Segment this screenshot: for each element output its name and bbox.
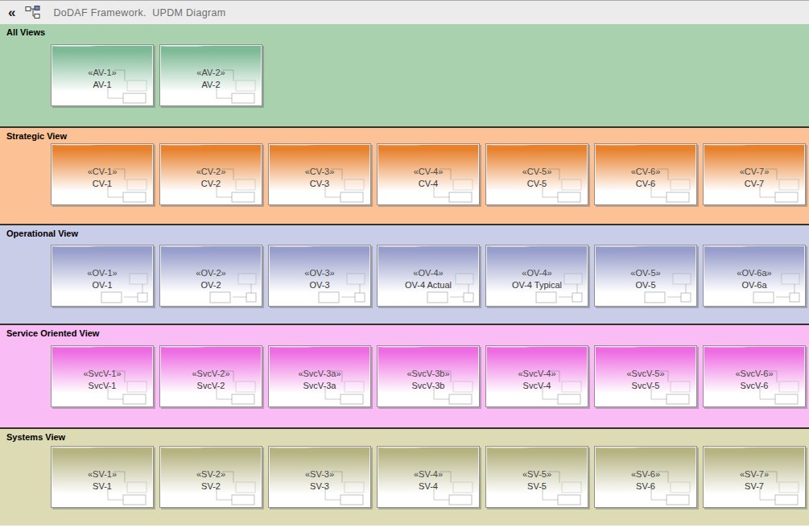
card-cv-2[interactable]: «CV-2»CV-2 (159, 143, 262, 205)
card-stereotype: «SV-5» (486, 468, 588, 480)
card-ov-4-typical[interactable]: «OV-4»OV-4 Typical (485, 245, 588, 307)
card-stereotype: «OV-3» (269, 267, 370, 279)
composite-diagram-icon (704, 245, 805, 306)
card-name: OV-4 Typical (486, 279, 588, 291)
composite-diagram-icon (378, 144, 479, 204)
card-name: SV-3 (269, 480, 370, 493)
card-cv-6[interactable]: «CV-6»CV-6 (594, 143, 697, 205)
card-av-2[interactable]: «AV-2»AV-2 (159, 44, 262, 106)
composite-diagram-icon (269, 447, 370, 507)
card-row: «SV-1»SV-1«SV-2»SV-2«SV-3»SV-3«SV-4»SV-4… (51, 446, 806, 508)
card-stereotype: «CV-6» (595, 166, 696, 178)
composite-diagram-icon (160, 45, 262, 105)
card-name: CV-4 (378, 178, 479, 190)
card-text: «SvcV-2»SvcV-2 (160, 368, 262, 392)
card-sv-6[interactable]: «SV-6»SV-6 (594, 446, 697, 508)
card-text: «CV-7»CV-7 (704, 166, 805, 190)
card-sv-7[interactable]: «SV-7»SV-7 (703, 446, 806, 508)
card-stereotype: «SV-6» (595, 468, 696, 480)
card-svcv-5[interactable]: «SvcV-5»SvcV-5 (594, 345, 697, 407)
diagram-window: « DoDAF Framework. UPDM Diagram All View… (0, 0, 809, 532)
card-text: «CV-4»CV-4 (378, 166, 479, 190)
card-sv-3[interactable]: «SV-3»SV-3 (268, 446, 371, 508)
composite-diagram-icon (595, 447, 696, 507)
card-av-1[interactable]: «AV-1»AV-1 (51, 44, 154, 106)
card-text: «AV-1»AV-1 (52, 67, 153, 91)
card-text: «OV-6a»OV-6a (704, 267, 805, 291)
card-ov-2[interactable]: «OV-2»OV-2 (159, 245, 262, 307)
card-svcv-6[interactable]: «SvcV-6»SvcV-6 (703, 345, 806, 407)
card-text: «OV-1»OV-1 (52, 267, 153, 291)
card-ov-5[interactable]: «OV-5»OV-5 (594, 245, 697, 307)
card-svcv-3b[interactable]: «SvcV-3b»SvcV-3b (377, 345, 480, 407)
card-stereotype: «AV-1» (52, 67, 153, 79)
card-text: «SV-1»SV-1 (52, 468, 153, 493)
card-svcv-4[interactable]: «SvcV-4»SvcV-4 (485, 345, 588, 407)
diagram-hierarchy-icon (25, 6, 40, 19)
card-stereotype: «OV-1» (52, 267, 153, 279)
card-cv-3[interactable]: «CV-3»CV-3 (268, 143, 371, 205)
card-text: «OV-2»OV-2 (160, 267, 262, 291)
card-sv-2[interactable]: «SV-2»SV-2 (159, 446, 262, 508)
card-svcv-2[interactable]: «SvcV-2»SvcV-2 (159, 345, 262, 407)
card-cv-4[interactable]: «CV-4»CV-4 (377, 143, 480, 205)
swimlane-service-oriented-view: Service Oriented View«SvcV-1»SvcV-1«SvcV… (0, 324, 809, 427)
card-ov-4-actual[interactable]: «OV-4»OV-4 Actual (377, 245, 480, 307)
composite-diagram-icon (704, 447, 805, 507)
card-svcv-3a[interactable]: «SvcV-3a»SvcV-3a (268, 345, 371, 407)
card-row: «AV-1»AV-1«AV-2»AV-2 (51, 44, 262, 106)
card-name: SV-6 (595, 480, 696, 493)
composite-diagram-icon (269, 346, 370, 406)
card-name: SV-4 (378, 480, 479, 493)
card-text: «OV-4»OV-4 Typical (486, 267, 588, 291)
card-name: CV-7 (704, 178, 805, 190)
card-name: SvcV-6 (704, 380, 805, 392)
card-sv-1[interactable]: «SV-1»SV-1 (51, 446, 154, 508)
composite-diagram-icon (595, 144, 696, 204)
card-svcv-1[interactable]: «SvcV-1»SvcV-1 (51, 345, 154, 407)
card-text: «SV-7»SV-7 (704, 468, 805, 493)
card-text: «OV-4»OV-4 Actual (378, 267, 479, 291)
lane-label: Operational View (6, 229, 78, 238)
swimlane-operational-view: Operational View«OV-1»OV-1«OV-2»OV-2«OV-… (0, 224, 809, 324)
card-stereotype: «SvcV-4» (486, 368, 588, 380)
card-name: OV-5 (595, 279, 696, 291)
card-stereotype: «SvcV-1» (52, 368, 153, 380)
card-text: «SvcV-3a»SvcV-3a (269, 368, 370, 392)
swimlane-strategic-view: Strategic View«CV-1»CV-1«CV-2»CV-2«CV-3»… (0, 126, 809, 224)
swimlane-systems-view: Systems View«SV-1»SV-1«SV-2»SV-2«SV-3»SV… (0, 427, 809, 526)
card-cv-7[interactable]: «CV-7»CV-7 (703, 143, 806, 205)
card-sv-5[interactable]: «SV-5»SV-5 (485, 446, 588, 508)
card-ov-6a[interactable]: «OV-6a»OV-6a (703, 245, 806, 307)
composite-diagram-icon (160, 447, 262, 507)
card-text: «SV-6»SV-6 (595, 468, 696, 493)
card-stereotype: «OV-4» (486, 267, 588, 279)
card-name: SvcV-3a (269, 380, 370, 392)
composite-diagram-icon (704, 346, 805, 406)
composite-diagram-icon (160, 346, 262, 406)
card-stereotype: «CV-2» (160, 166, 262, 178)
composite-diagram-icon (486, 144, 588, 204)
card-ov-3[interactable]: «OV-3»OV-3 (268, 245, 371, 307)
card-sv-4[interactable]: «SV-4»SV-4 (377, 446, 480, 508)
composite-diagram-icon (595, 245, 696, 306)
card-text: «CV-2»CV-2 (160, 166, 262, 190)
card-stereotype: «SV-4» (378, 468, 479, 480)
card-stereotype: «CV-3» (269, 166, 370, 178)
card-name: SvcV-2 (160, 380, 262, 392)
card-text: «SvcV-6»SvcV-6 (704, 368, 805, 392)
card-text: «SV-3»SV-3 (269, 468, 370, 493)
card-cv-5[interactable]: «CV-5»CV-5 (485, 143, 588, 205)
card-name: SvcV-3b (378, 380, 479, 392)
card-text: «CV-6»CV-6 (595, 166, 696, 190)
chevrons-left-icon[interactable]: « (8, 1, 15, 24)
composite-diagram-icon (52, 45, 153, 105)
card-row: «CV-1»CV-1«CV-2»CV-2«CV-3»CV-3«CV-4»CV-4… (51, 143, 806, 205)
card-text: «CV-1»CV-1 (52, 166, 153, 190)
card-text: «AV-2»AV-2 (160, 67, 262, 91)
card-name: OV-6a (704, 279, 805, 291)
card-ov-1[interactable]: «OV-1»OV-1 (51, 245, 154, 307)
card-stereotype: «OV-4» (378, 267, 479, 279)
card-cv-1[interactable]: «CV-1»CV-1 (51, 143, 154, 205)
card-text: «OV-5»OV-5 (595, 267, 696, 291)
